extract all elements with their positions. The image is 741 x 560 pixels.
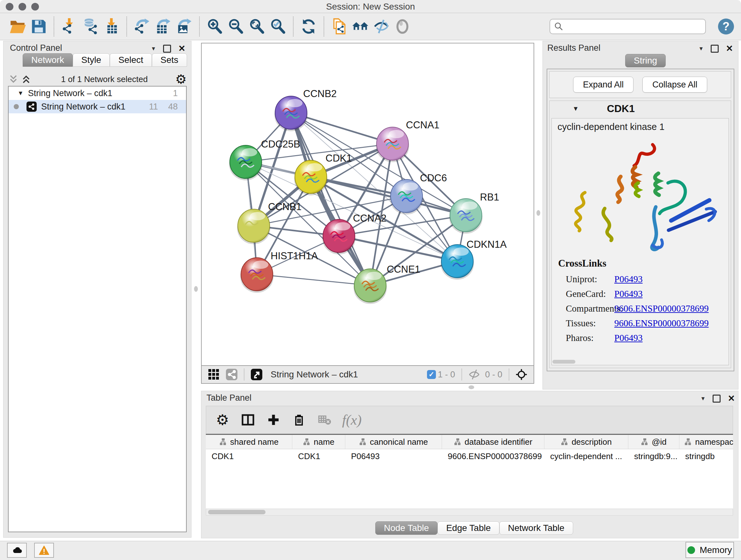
zoom-out-button[interactable]: [225, 15, 246, 38]
table-cell[interactable]: 9606.ENSP00000378699: [442, 449, 544, 463]
panel-menu-icon[interactable]: ▼: [151, 46, 156, 51]
refresh-button[interactable]: [298, 15, 319, 38]
collapse-collection-icon[interactable]: ▼: [17, 90, 23, 97]
tab-node-table[interactable]: Node Table: [375, 521, 437, 535]
memory-button[interactable]: Memory: [685, 542, 734, 558]
svg-text:CDC25B: CDC25B: [261, 138, 300, 150]
network-tree: ▼ String Network – cdk1 1 String Network…: [8, 86, 187, 532]
network-node-cdk1[interactable]: CDK1: [294, 152, 352, 195]
panel-menu-icon[interactable]: ▼: [698, 46, 704, 51]
string-view-icon[interactable]: [225, 368, 239, 381]
crosslink-link[interactable]: P06493: [614, 289, 643, 299]
selected-checkbox-icon[interactable]: ✓: [427, 370, 436, 379]
close-panel-icon[interactable]: ✕: [178, 44, 185, 53]
network-node-ccnb2[interactable]: CCNB2: [274, 88, 337, 131]
birdseye-grid-icon[interactable]: [207, 368, 221, 381]
network-canvas[interactable]: CCNB2CCNA1CDC25BCDK1CDC6RB1CCNB1CCNA2CDK…: [201, 43, 534, 366]
column-header--id[interactable]: @id: [628, 435, 679, 449]
float-panel-icon[interactable]: [163, 45, 171, 53]
table-row[interactable]: CDK1CDK1P064939606.ENSP00000378699cyclin…: [206, 449, 733, 463]
export-image-button[interactable]: [174, 15, 195, 38]
network-node-hist1h1a[interactable]: HIST1H1A: [240, 250, 318, 293]
search-field[interactable]: [549, 19, 706, 34]
cloud-button[interactable]: [7, 543, 27, 558]
table-options-gear-icon[interactable]: ⚙: [214, 412, 230, 428]
bottom-splitter-handle[interactable]: [468, 385, 474, 389]
save-session-button[interactable]: [28, 15, 49, 38]
warnings-button[interactable]: [34, 543, 54, 558]
column-header-namespace[interactable]: namespace: [679, 435, 733, 449]
table-cell[interactable]: cyclin-dependent ...: [544, 449, 628, 463]
results-hscroll-thumb[interactable]: [552, 360, 576, 364]
collapse-all-button[interactable]: Collapse All: [643, 77, 707, 92]
float-panel-icon[interactable]: [713, 395, 721, 402]
expand-all-button[interactable]: Expand All: [573, 77, 634, 92]
table-cell[interactable]: stringdb:9...: [628, 449, 679, 463]
table-cell[interactable]: CDK1: [206, 449, 292, 463]
expand-all-icon[interactable]: [21, 74, 31, 84]
share-document-button[interactable]: [329, 15, 350, 38]
import-network-button[interactable]: [59, 15, 80, 38]
crosslink-link[interactable]: P06493: [614, 274, 643, 285]
column-header-description[interactable]: description: [544, 435, 628, 449]
tab-edge-table[interactable]: Edge Table: [437, 521, 499, 535]
network-collection-row[interactable]: ▼ String Network – cdk1 1: [9, 86, 186, 100]
collapse-all-icon[interactable]: [8, 74, 19, 84]
open-session-button[interactable]: [7, 15, 28, 38]
table-cell[interactable]: P06493: [345, 449, 442, 463]
table-cell[interactable]: stringdb: [679, 449, 733, 463]
network-edge[interactable]: [257, 274, 370, 286]
table-hscrollbar[interactable]: [206, 509, 733, 516]
crosslink-link[interactable]: P06493: [614, 333, 643, 343]
tab-style[interactable]: Style: [73, 53, 110, 67]
zoom-in-button[interactable]: [204, 15, 225, 38]
column-header-name[interactable]: name: [292, 435, 345, 449]
network-node-rb1[interactable]: RB1: [449, 192, 499, 234]
network-node-cdkn1a[interactable]: CDKN1A: [441, 239, 507, 280]
import-table-button[interactable]: [101, 15, 122, 38]
float-panel-icon[interactable]: [711, 45, 719, 53]
tab-select[interactable]: Select: [110, 53, 152, 67]
import-database-button[interactable]: [80, 15, 101, 38]
tab-string[interactable]: String: [625, 54, 666, 67]
fit-selected-crosshair-icon[interactable]: [515, 368, 529, 381]
hide-selected-button[interactable]: [371, 15, 392, 38]
search-input[interactable]: [567, 21, 701, 32]
column-header-label: name: [314, 437, 334, 447]
column-header-shared-name[interactable]: shared name: [206, 435, 292, 449]
export-network-button[interactable]: [131, 15, 152, 38]
tab-network[interactable]: Network: [23, 53, 73, 67]
cytoscape-window: Session: New Session ? Control Panel ▼ ✕…: [0, 0, 741, 560]
create-column-icon[interactable]: [266, 412, 281, 428]
right-splitter-handle[interactable]: [536, 210, 540, 216]
delete-column-trash-icon[interactable]: [291, 412, 307, 428]
column-header-canonical-name[interactable]: canonical name: [345, 435, 442, 449]
network-options-gear-icon[interactable]: ⚙: [175, 73, 187, 85]
export-table-button[interactable]: [152, 15, 174, 38]
crosslink-link[interactable]: 9606.ENSP00000378699: [614, 318, 709, 328]
tab-network-table[interactable]: Network Table: [499, 521, 573, 535]
network-node-ccna1[interactable]: CCNA1: [376, 119, 440, 162]
column-header-database-identifier[interactable]: database identifier: [442, 435, 544, 449]
close-panel-icon[interactable]: ✕: [728, 394, 735, 403]
network-node-ccnb1[interactable]: CCNB1: [237, 201, 301, 244]
zoom-fit-button[interactable]: [246, 15, 267, 38]
import-table-icon: [103, 18, 120, 35]
zoom-selected-button[interactable]: [267, 15, 288, 38]
collapse-entry-icon[interactable]: ▼: [572, 105, 579, 112]
crosslink-link[interactable]: 9606.ENSP00000378699: [614, 303, 709, 314]
left-splitter-handle[interactable]: [194, 286, 198, 292]
panel-menu-icon[interactable]: ▼: [700, 396, 706, 401]
first-neighbors-button[interactable]: [350, 15, 371, 38]
show-all-button[interactable]: [392, 15, 413, 38]
network-row[interactable]: String Network – cdk1 11 48: [9, 100, 186, 113]
table-hscroll-thumb[interactable]: [208, 510, 266, 514]
table-panel: Table Panel ▼ ✕ ⚙ f(x) shared namenameca…: [201, 391, 738, 538]
table-cell[interactable]: CDK1: [292, 449, 345, 463]
show-columns-icon[interactable]: [240, 412, 256, 428]
node-entry-header[interactable]: ▼ CDK1: [549, 101, 731, 116]
help-button[interactable]: ?: [718, 18, 734, 35]
open-in-new-window-icon[interactable]: [250, 368, 264, 381]
close-panel-icon[interactable]: ✕: [726, 44, 733, 53]
tab-sets[interactable]: Sets: [152, 53, 187, 67]
